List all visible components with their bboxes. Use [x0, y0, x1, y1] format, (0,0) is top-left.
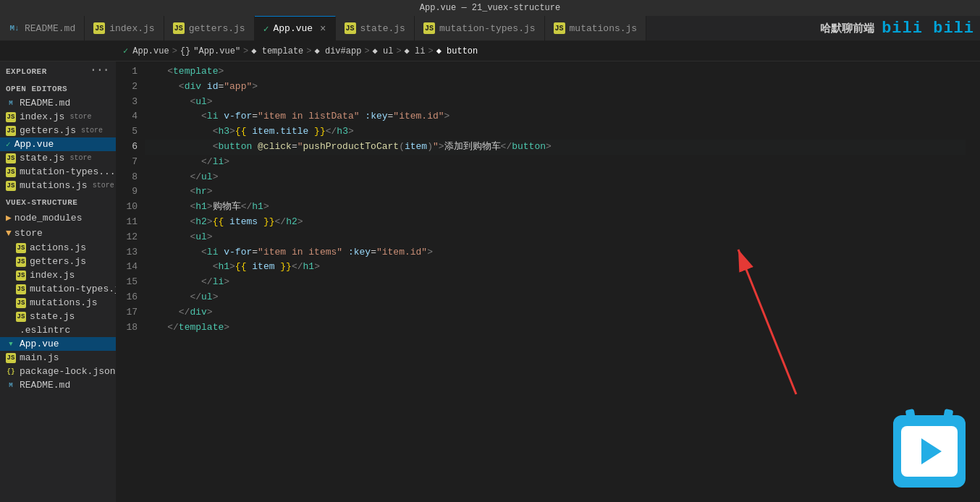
code-line-11: <h2>{{ items }}</h2> [145, 215, 966, 230]
sidebar-folder-node-modules[interactable]: ▶ node_modules [0, 210, 116, 226]
sidebar-item-readme-tree[interactable]: M README.md [0, 378, 116, 392]
sidebar-folder-store[interactable]: ▼ store [0, 226, 116, 241]
tab-icon-readme: M↓ [9, 22, 20, 34]
line-num-9: 9 [116, 184, 138, 200]
line-num-4: 4 [116, 109, 138, 124]
sidebar-file-name: mutations.js [20, 180, 88, 191]
tab-icon-state: JS [345, 22, 356, 34]
sidebar-item-index-open[interactable]: JS index.js store [0, 110, 116, 124]
bilibili-logo-area [893, 415, 966, 488]
tab-mutation-types[interactable]: JS mutation-types.js [415, 16, 545, 41]
tab-state[interactable]: JS state.js [336, 16, 415, 41]
breadcrumb-template[interactable]: ◆ template [251, 46, 303, 56]
breadcrumb-braces[interactable]: {} [180, 46, 190, 56]
line-num-13: 13 [116, 245, 138, 260]
sidebar-item-getters-store[interactable]: JS getters.js [0, 255, 116, 268]
title-text: App.vue — 21_vuex-structure [420, 3, 560, 13]
code-line-7: </li> [145, 155, 966, 170]
sidebar-file-name: App.vue [20, 339, 59, 349]
sidebar-item-mutations-store[interactable]: JS mutations.js [0, 296, 116, 310]
tab-getters[interactable]: JS getters.js [164, 16, 255, 41]
sidebar-file-name: state.js [30, 311, 75, 322]
sidebar-item-state-open[interactable]: JS state.js store [0, 151, 116, 165]
breadcrumb-check-icon: ✓ [123, 46, 128, 56]
line-num-3: 3 [116, 95, 138, 110]
code-container[interactable]: 1 2 3 4 5 6 7 8 9 10 11 12 13 14 15 16 1… [116, 61, 980, 502]
tab-label-index: index.js [109, 23, 154, 34]
sidebar-item-mutations-open[interactable]: JS mutations.js store [0, 179, 116, 192]
sidebar-file-name: README.md [20, 98, 70, 109]
sidebar-file-name: mutation-types.js [30, 284, 116, 294]
file-badge: store [69, 154, 91, 162]
sidebar-item-eslintrc[interactable]: .eslintrc [0, 323, 116, 337]
sidebar-file-name: index.js [30, 270, 75, 281]
folder-icon: ▼ [6, 228, 12, 239]
sidebar-item-readme-open[interactable]: M README.md [0, 96, 116, 110]
tab-mutations[interactable]: JS mutations.js [545, 16, 647, 41]
line-num-16: 16 [116, 290, 138, 305]
tab-icon-mutations: JS [554, 22, 565, 34]
line-numbers: 1 2 3 4 5 6 7 8 9 10 11 12 13 14 15 16 1… [116, 64, 145, 502]
breadcrumb-appvue[interactable]: App.vue [132, 46, 169, 56]
file-icon-js: JS [16, 312, 26, 322]
folder-icon: ▶ [6, 212, 12, 224]
sidebar-item-mainjs[interactable]: JS main.js [0, 351, 116, 365]
sidebar-item-appvue-open[interactable]: ✓ App.vue [0, 137, 116, 151]
breadcrumb-sep6: > [428, 46, 433, 56]
tab-label-mutations: mutations.js [570, 23, 638, 34]
sidebar-item-package-lock[interactable]: {} package-lock.json [0, 365, 116, 378]
line-num-8: 8 [116, 170, 138, 185]
breadcrumb-divapp[interactable]: ◆ div#app [315, 46, 362, 56]
code-line-9: <hr> [145, 184, 966, 200]
code-line-12: <ul> [145, 230, 966, 245]
folder-name: node_modules [14, 213, 83, 224]
sidebar-item-appvue-tree[interactable]: ▼ App.vue [0, 337, 116, 351]
line-num-7: 7 [116, 155, 138, 170]
tab-icon-mutation-types: JS [423, 22, 435, 34]
sidebar-header: EXPLORER ··· [0, 61, 116, 79]
breadcrumb-sep1: > [172, 46, 177, 56]
file-icon-js: JS [6, 353, 16, 363]
breadcrumb-li[interactable]: ◆ li [405, 46, 426, 56]
tab-icon-index: JS [93, 22, 105, 34]
file-icon-json: {} [6, 367, 16, 377]
sidebar-item-index-store[interactable]: JS index.js [0, 268, 116, 282]
code-line-15: </li> [145, 275, 966, 290]
file-icon-js: JS [16, 298, 26, 308]
sidebar-file-name: README.md [20, 380, 70, 391]
breadcrumb-button[interactable]: ◆ button [436, 46, 478, 56]
code-line-10: <h1>购物车</h1> [145, 200, 966, 215]
sidebar-item-state-store[interactable]: JS state.js [0, 310, 116, 323]
tab-close-button[interactable]: × [320, 23, 326, 35]
tab-label-mutation-types: mutation-types.js [439, 23, 536, 34]
code-line-17: </div> [145, 305, 966, 320]
tab-label-appvue: App.vue [273, 23, 313, 34]
file-icon-js: JS [6, 181, 16, 191]
tab-label-readme: README.md [25, 23, 75, 34]
explorer-menu-button[interactable]: ··· [85, 63, 113, 77]
line-num-11: 11 [116, 215, 138, 230]
main-layout: EXPLORER ··· OPEN EDITORS M README.md JS… [0, 61, 980, 502]
code-line-1: <template> [145, 64, 966, 80]
editor-area: 1 2 3 4 5 6 7 8 9 10 11 12 13 14 15 16 1… [116, 61, 980, 502]
tab-readme[interactable]: M↓ README.md [0, 16, 85, 41]
sidebar-file-name: state.js [20, 153, 64, 163]
breadcrumb-sep2: > [243, 46, 248, 56]
code-line-18: </template> [145, 320, 966, 336]
tab-appvue[interactable]: ✓ App.vue × [255, 16, 336, 41]
sidebar-item-actions[interactable]: JS actions.js [0, 241, 116, 255]
breadcrumb-ul[interactable]: ◆ ul [373, 46, 394, 56]
sidebar-item-getters-open[interactable]: JS getters.js store [0, 124, 116, 137]
line-num-18: 18 [116, 320, 138, 336]
breadcrumb-sep4: > [364, 46, 369, 56]
tab-label-getters: getters.js [189, 23, 245, 34]
sidebar-item-mutation-types-store[interactable]: JS mutation-types.js [0, 282, 116, 296]
sidebar-file-name: getters.js [30, 256, 86, 267]
sidebar-item-mutation-types-open[interactable]: JS mutation-types.... [0, 165, 116, 179]
breadcrumb-bar: ✓ App.vue > {} "App.vue" > ◆ template > … [0, 41, 980, 61]
code-line-8: </ul> [145, 170, 966, 185]
code-content: <template> <div id="app"> <ul> <li v-for… [145, 64, 980, 502]
tab-index[interactable]: JS index.js [85, 16, 164, 41]
file-icon-js: JS [16, 271, 26, 281]
breadcrumb-appvue-str[interactable]: "App.vue" [193, 46, 240, 56]
